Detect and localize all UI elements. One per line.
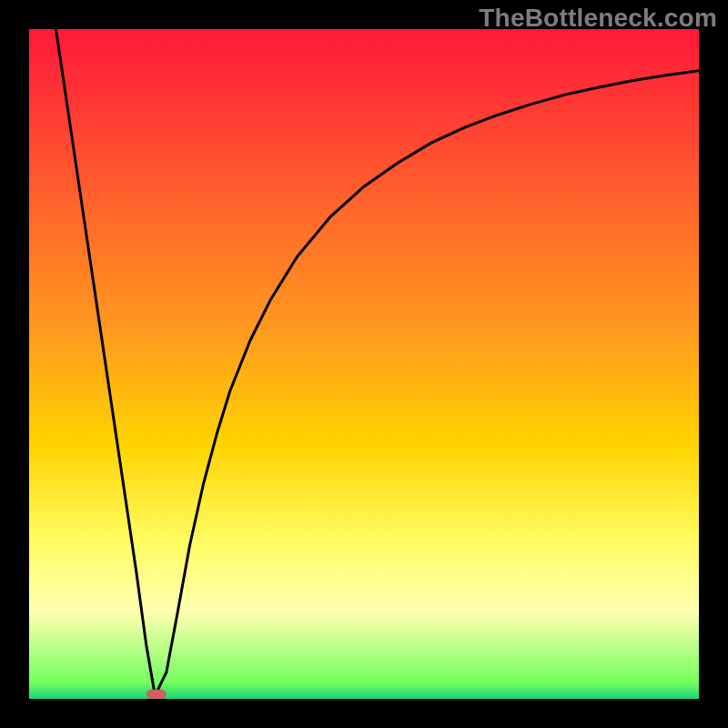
watermark-label: TheBottleneck.com bbox=[479, 4, 717, 33]
chart-background-gradient bbox=[29, 29, 699, 699]
bottleneck-chart bbox=[0, 0, 728, 728]
chart-container: TheBottleneck.com bbox=[0, 0, 728, 728]
plot-area bbox=[0, 0, 728, 728]
optimal-marker bbox=[147, 690, 167, 699]
